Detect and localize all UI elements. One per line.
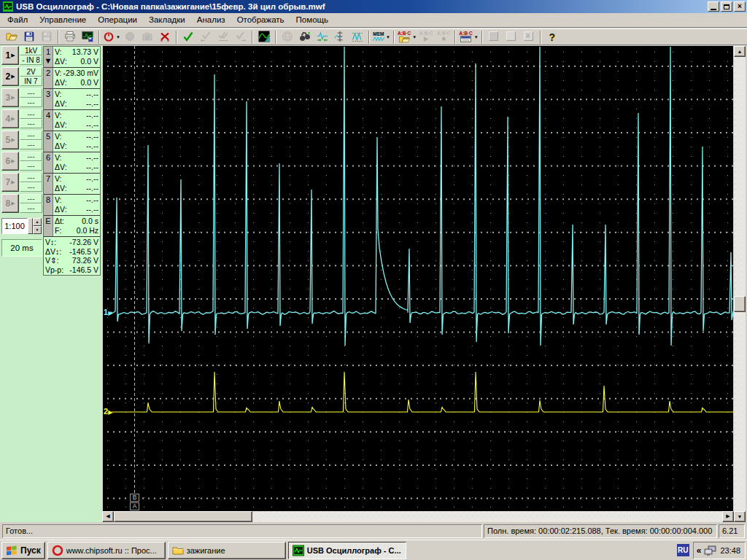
scroll-right-button[interactable]: ▶ <box>722 511 734 522</box>
vertical-scrollbar[interactable]: ▲ ▼ <box>734 46 746 522</box>
dropdown-arrow-icon[interactable]: ▼ <box>474 35 479 39</box>
horizontal-scroll-thumb[interactable] <box>114 511 252 522</box>
trace-channel2 <box>112 372 733 412</box>
channel-3-input[interactable]: --- <box>20 98 42 107</box>
measure-row-number[interactable]: 1▼ <box>44 47 53 67</box>
horizontal-scrollbar[interactable]: ◀ ▶ <box>102 511 734 522</box>
menu-item-6[interactable]: Отображать <box>231 14 290 26</box>
measure-row-number[interactable]: 5 <box>44 131 53 152</box>
taskbar-task-2[interactable]: зажигание <box>168 542 286 559</box>
record-button[interactable]: ▼ <box>102 29 121 45</box>
mem-icon: MEM <box>373 32 384 42</box>
close-button[interactable]: × <box>734 1 746 12</box>
channel-2-input[interactable]: IN 7 <box>20 77 42 86</box>
channel-2-range[interactable]: 2V <box>20 67 42 77</box>
memory-button[interactable]: MEM▼ <box>372 29 391 45</box>
measure-row-number[interactable]: 4 <box>44 110 53 131</box>
channel-8-input[interactable]: --- <box>20 203 42 213</box>
cursor-label-b[interactable]: B <box>130 494 139 502</box>
scroll-down-button[interactable]: ▼ <box>734 511 746 522</box>
channel-3-button[interactable]: 3▶ <box>1 88 19 107</box>
scale-grip[interactable] <box>28 218 33 234</box>
channel-row-3: 3▶------ <box>1 88 42 108</box>
print-button[interactable] <box>61 29 79 45</box>
fit-wave-button[interactable] <box>314 29 331 45</box>
channel-1-range[interactable]: 1kV <box>20 46 42 55</box>
check-both-icon <box>217 31 229 44</box>
channel-3-range[interactable]: --- <box>20 88 42 98</box>
timebase-box[interactable]: 20 ms <box>1 239 42 257</box>
channel-7-input[interactable]: --- <box>20 182 42 192</box>
channel-row-2: 2▶2VIN 7 <box>1 67 42 87</box>
measure-row-number[interactable]: 6 <box>44 152 53 173</box>
channel-6-input[interactable]: --- <box>20 161 42 171</box>
display-mode-button[interactable] <box>255 29 273 45</box>
scroll-up-button[interactable]: ▲ <box>734 46 746 57</box>
vertical-scroll-thumb[interactable] <box>734 296 746 312</box>
menu-item-5[interactable]: Анализ <box>191 14 231 26</box>
menu-item-7[interactable]: Помощь <box>290 14 334 26</box>
task-label: зажигание <box>187 546 225 555</box>
dropdown-arrow-icon[interactable]: ▼ <box>116 35 120 39</box>
open-file-button[interactable] <box>3 29 20 45</box>
channel-8-button[interactable]: 8▶ <box>1 194 19 213</box>
channel-4-button[interactable]: 4▶ <box>1 109 19 128</box>
scale-down-button[interactable]: ▼ <box>33 226 42 234</box>
check-fwd-icon <box>235 31 247 44</box>
accept-button[interactable] <box>179 29 197 45</box>
channel1-marker[interactable]: 1▶ <box>104 308 112 317</box>
measure-row-number[interactable]: 3 <box>44 89 53 109</box>
channel-1-input[interactable]: - IN 8 <box>20 55 42 65</box>
scale-up-button[interactable]: ▲ <box>33 218 42 226</box>
save-screen-button[interactable] <box>79 29 96 45</box>
network-icon[interactable] <box>704 545 717 556</box>
check-green-icon <box>182 31 194 44</box>
scroll-left-button[interactable]: ◀ <box>102 511 114 522</box>
help-button[interactable]: ? <box>543 29 561 45</box>
restore-button[interactable] <box>721 1 732 12</box>
scale-value[interactable]: 1:100 <box>1 218 28 234</box>
channel-7-button[interactable]: 7▶ <box>1 173 19 192</box>
cursor-label-a[interactable]: A <box>130 502 139 510</box>
channel-5-button[interactable]: 5▶ <box>1 131 19 149</box>
channel-2-button[interactable]: 2▶ <box>1 67 19 86</box>
channel-4-input[interactable]: --- <box>20 119 42 128</box>
measure-row-number[interactable]: 8 <box>44 195 53 215</box>
menu-item-3[interactable]: Операции <box>92 14 143 26</box>
channel2-marker[interactable]: 2▶ <box>104 408 112 416</box>
start-button[interactable]: Пуск <box>1 542 45 559</box>
dropdown-arrow-icon[interactable]: ▼ <box>412 35 417 39</box>
tray-chevron-icon[interactable]: « <box>697 545 702 556</box>
measure-row-values: V:--.--ΔV:--.-- <box>53 174 100 194</box>
channel-7-range[interactable]: --- <box>20 173 42 182</box>
measure-row-number[interactable]: E <box>44 216 53 236</box>
abc-open-button[interactable]: A:B·C▼ <box>397 29 417 45</box>
search-button[interactable] <box>296 29 314 45</box>
minimize-button[interactable] <box>708 1 719 12</box>
cursor-measure-button[interactable] <box>331 29 349 45</box>
channel-1-button[interactable]: 1▶ <box>1 46 19 65</box>
channel-4-range[interactable]: --- <box>20 109 42 119</box>
oscilloscope-display[interactable]: 1▶ 2▶ B A <box>103 46 733 511</box>
measure-row-number[interactable]: 7 <box>44 174 53 194</box>
taskbar-task-1[interactable]: www.chipsoft.ru :: Прос... <box>47 542 166 559</box>
wave-scale-button[interactable] <box>349 29 366 45</box>
channel-8-range[interactable]: --- <box>20 194 42 203</box>
tray-clock[interactable]: 23:48 <box>720 546 740 555</box>
channel-5-range[interactable]: --- <box>20 131 42 140</box>
save-button[interactable] <box>20 29 38 45</box>
channel-6-button[interactable]: 6▶ <box>1 152 19 171</box>
measure-row-values: V:--.--ΔV:--.-- <box>53 152 100 173</box>
menu-item-4[interactable]: Закладки <box>143 14 191 26</box>
abc-panel-button[interactable]: A:B·C▼ <box>458 29 479 45</box>
menu-item-1[interactable]: Файл <box>1 14 34 26</box>
measure-row-number[interactable]: 2 <box>44 68 53 88</box>
channel-6-range[interactable]: --- <box>20 152 42 161</box>
language-indicator[interactable]: RU <box>677 544 689 556</box>
wave-cursor-icon <box>334 31 346 44</box>
dropdown-arrow-icon[interactable]: ▼ <box>386 35 390 39</box>
channel-5-input[interactable]: --- <box>20 140 42 149</box>
delete-button[interactable] <box>156 29 174 45</box>
menu-item-2[interactable]: Управление <box>34 14 92 26</box>
taskbar-task-3[interactable]: USB Осциллограф - C... <box>288 542 406 559</box>
